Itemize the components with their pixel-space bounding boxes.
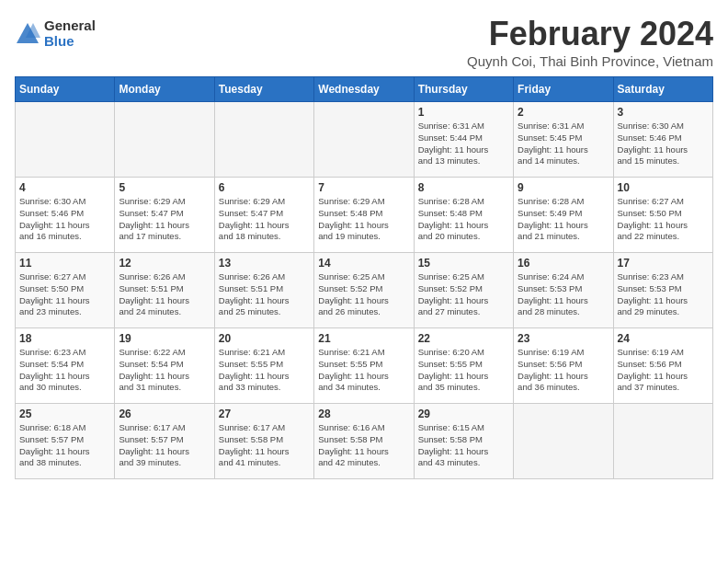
day-info: Sunrise: 6:17 AM Sunset: 5:57 PM Dayligh… [119,422,210,469]
day-info: Sunrise: 6:26 AM Sunset: 5:51 PM Dayligh… [219,271,310,318]
day-cell: 28Sunrise: 6:16 AM Sunset: 5:58 PM Dayli… [314,404,414,479]
day-number: 8 [418,181,509,194]
day-cell: 6Sunrise: 6:29 AM Sunset: 5:47 PM Daylig… [214,178,313,253]
logo: General Blue [15,18,96,49]
day-info: Sunrise: 6:19 AM Sunset: 5:56 PM Dayligh… [518,347,609,394]
day-number: 4 [19,181,110,194]
day-info: Sunrise: 6:30 AM Sunset: 5:46 PM Dayligh… [618,121,709,167]
day-info: Sunrise: 6:26 AM Sunset: 5:51 PM Dayligh… [119,271,210,318]
day-info: Sunrise: 6:16 AM Sunset: 5:58 PM Dayligh… [318,422,409,469]
day-cell: 23Sunrise: 6:19 AM Sunset: 5:56 PM Dayli… [514,328,613,404]
day-number: 18 [19,332,110,345]
day-info: Sunrise: 6:27 AM Sunset: 5:50 PM Dayligh… [19,271,110,318]
day-cell: 1Sunrise: 6:31 AM Sunset: 5:44 PM Daylig… [414,102,513,178]
day-number: 2 [518,106,609,119]
logo-text: General Blue [44,18,96,49]
day-number: 9 [518,181,609,194]
day-cell [314,102,414,178]
day-cell: 11Sunrise: 6:27 AM Sunset: 5:50 PM Dayli… [16,253,115,328]
day-info: Sunrise: 6:31 AM Sunset: 5:45 PM Dayligh… [518,121,609,167]
day-number: 23 [518,332,609,345]
day-info: Sunrise: 6:27 AM Sunset: 5:50 PM Dayligh… [618,196,709,243]
header-sunday: Sunday [16,77,115,102]
day-cell: 24Sunrise: 6:19 AM Sunset: 5:56 PM Dayli… [613,328,712,404]
day-info: Sunrise: 6:21 AM Sunset: 5:55 PM Dayligh… [219,347,310,394]
day-info: Sunrise: 6:28 AM Sunset: 5:49 PM Dayligh… [518,196,609,243]
day-info: Sunrise: 6:28 AM Sunset: 5:48 PM Dayligh… [418,196,509,243]
day-info: Sunrise: 6:20 AM Sunset: 5:55 PM Dayligh… [418,347,509,394]
calendar-table: SundayMondayTuesdayWednesdayThursdayFrid… [15,76,713,479]
logo-general: General [44,18,96,34]
day-cell: 13Sunrise: 6:26 AM Sunset: 5:51 PM Dayli… [214,253,313,328]
day-cell [16,102,115,178]
day-info: Sunrise: 6:29 AM Sunset: 5:48 PM Dayligh… [318,196,409,243]
header-monday: Monday [115,77,214,102]
day-cell: 12Sunrise: 6:26 AM Sunset: 5:51 PM Dayli… [115,253,214,328]
header-wednesday: Wednesday [314,77,414,102]
day-cell [613,404,712,479]
day-info: Sunrise: 6:15 AM Sunset: 5:58 PM Dayligh… [418,422,509,469]
day-number: 6 [219,181,310,194]
day-cell: 18Sunrise: 6:23 AM Sunset: 5:54 PM Dayli… [16,328,115,404]
day-number: 15 [418,257,509,270]
logo-icon [15,21,40,47]
calendar-body: 1Sunrise: 6:31 AM Sunset: 5:44 PM Daylig… [16,102,713,479]
day-number: 1 [418,106,509,119]
day-cell: 25Sunrise: 6:18 AM Sunset: 5:57 PM Dayli… [16,404,115,479]
day-info: Sunrise: 6:30 AM Sunset: 5:46 PM Dayligh… [19,196,110,243]
day-cell: 3Sunrise: 6:30 AM Sunset: 5:46 PM Daylig… [613,102,712,178]
day-info: Sunrise: 6:19 AM Sunset: 5:56 PM Dayligh… [618,347,709,394]
day-info: Sunrise: 6:23 AM Sunset: 5:53 PM Dayligh… [618,271,709,318]
header-friday: Friday [514,77,613,102]
day-number: 17 [618,257,709,270]
day-cell [115,102,214,178]
day-info: Sunrise: 6:21 AM Sunset: 5:55 PM Dayligh… [318,347,409,394]
day-info: Sunrise: 6:31 AM Sunset: 5:44 PM Dayligh… [418,121,509,167]
day-cell: 21Sunrise: 6:21 AM Sunset: 5:55 PM Dayli… [314,328,414,404]
day-number: 25 [19,408,110,420]
day-info: Sunrise: 6:22 AM Sunset: 5:54 PM Dayligh… [119,347,210,394]
day-cell: 22Sunrise: 6:20 AM Sunset: 5:55 PM Dayli… [414,328,513,404]
day-cell: 17Sunrise: 6:23 AM Sunset: 5:53 PM Dayli… [613,253,712,328]
header-row: SundayMondayTuesdayWednesdayThursdayFrid… [16,77,713,102]
day-cell [214,102,313,178]
day-number: 24 [618,332,709,345]
day-cell: 2Sunrise: 6:31 AM Sunset: 5:45 PM Daylig… [514,102,613,178]
header-thursday: Thursday [414,77,513,102]
day-cell: 20Sunrise: 6:21 AM Sunset: 5:55 PM Dayli… [214,328,313,404]
day-cell: 14Sunrise: 6:25 AM Sunset: 5:52 PM Dayli… [314,253,414,328]
day-info: Sunrise: 6:29 AM Sunset: 5:47 PM Dayligh… [119,196,210,243]
week-row-2: 4Sunrise: 6:30 AM Sunset: 5:46 PM Daylig… [16,178,713,253]
day-cell: 10Sunrise: 6:27 AM Sunset: 5:50 PM Dayli… [613,178,712,253]
day-info: Sunrise: 6:18 AM Sunset: 5:57 PM Dayligh… [19,422,110,469]
day-number: 16 [518,257,609,270]
day-info: Sunrise: 6:17 AM Sunset: 5:58 PM Dayligh… [219,422,310,469]
day-info: Sunrise: 6:25 AM Sunset: 5:52 PM Dayligh… [318,271,409,318]
title-block: February 2024 Quynh Coi, Thai Binh Provi… [467,15,713,69]
week-row-5: 25Sunrise: 6:18 AM Sunset: 5:57 PM Dayli… [16,404,713,479]
day-cell: 27Sunrise: 6:17 AM Sunset: 5:58 PM Dayli… [214,404,313,479]
week-row-4: 18Sunrise: 6:23 AM Sunset: 5:54 PM Dayli… [16,328,713,404]
day-number: 22 [418,332,509,345]
day-number: 10 [618,181,709,194]
day-cell: 9Sunrise: 6:28 AM Sunset: 5:49 PM Daylig… [514,178,613,253]
day-number: 3 [618,106,709,119]
day-number: 21 [318,332,409,345]
day-cell: 4Sunrise: 6:30 AM Sunset: 5:46 PM Daylig… [16,178,115,253]
location-subtitle: Quynh Coi, Thai Binh Province, Vietnam [467,53,713,69]
day-cell: 5Sunrise: 6:29 AM Sunset: 5:47 PM Daylig… [115,178,214,253]
header-saturday: Saturday [613,77,712,102]
week-row-3: 11Sunrise: 6:27 AM Sunset: 5:50 PM Dayli… [16,253,713,328]
day-number: 14 [318,257,409,270]
calendar-header: SundayMondayTuesdayWednesdayThursdayFrid… [16,77,713,102]
day-cell: 29Sunrise: 6:15 AM Sunset: 5:58 PM Dayli… [414,404,513,479]
day-cell: 26Sunrise: 6:17 AM Sunset: 5:57 PM Dayli… [115,404,214,479]
day-number: 26 [119,408,210,420]
day-cell: 16Sunrise: 6:24 AM Sunset: 5:53 PM Dayli… [514,253,613,328]
day-number: 19 [119,332,210,345]
header-tuesday: Tuesday [214,77,313,102]
day-cell [514,404,613,479]
page-header: General Blue February 2024 Quynh Coi, Th… [15,15,713,69]
day-info: Sunrise: 6:25 AM Sunset: 5:52 PM Dayligh… [418,271,509,318]
day-number: 12 [119,257,210,270]
